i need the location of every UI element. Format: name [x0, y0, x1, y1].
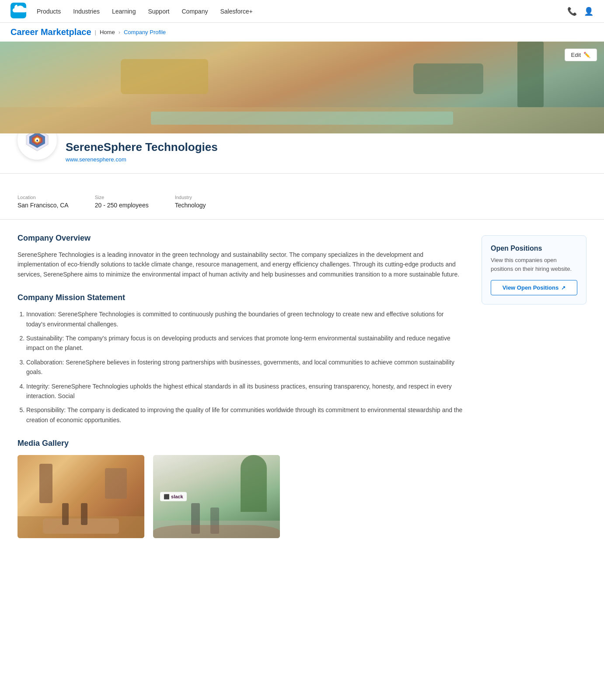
nav-salesforce-plus[interactable]: Salesforce+ — [220, 8, 252, 15]
main-content: Company Overview SereneSphere Technologi… — [0, 234, 604, 559]
breadcrumb-home[interactable]: Home — [100, 29, 115, 35]
nav-learning[interactable]: Learning — [112, 8, 136, 15]
profile-section: ♦ SereneSphere Technologies www.serenesp… — [0, 133, 604, 174]
content-left: Company Overview SereneSphere Technologi… — [17, 234, 464, 538]
media-thumb-2: ⬛ slack — [153, 455, 280, 538]
breadcrumb-current: Company Profile — [124, 29, 166, 35]
list-item: Collaboration: SereneSphere believes in … — [26, 357, 464, 377]
thumb2-background: ⬛ slack — [153, 455, 280, 538]
nav-links: Products Industries Learning Support Com… — [37, 8, 567, 15]
open-positions-card: Open Positions View this companies open … — [482, 235, 587, 304]
view-open-positions-label: View Open Positions — [503, 284, 559, 291]
hero-background — [0, 42, 604, 133]
svg-text:♦: ♦ — [36, 138, 38, 143]
navbar: Products Industries Learning Support Com… — [0, 0, 604, 23]
slack-badge: ⬛ slack — [160, 492, 187, 501]
nav-industries[interactable]: Industries — [73, 8, 100, 15]
list-item: Responsibility: The company is dedicated… — [26, 405, 464, 425]
media-gallery: ⬛ slack — [17, 455, 464, 538]
external-link-icon: ↗ — [561, 285, 566, 291]
size-value: 20 - 250 employees — [95, 202, 149, 209]
phone-icon[interactable]: 📞 — [567, 7, 577, 16]
content-right: Open Positions View this companies open … — [482, 234, 587, 538]
hero-decorative — [0, 42, 604, 133]
salesforce-logo[interactable] — [10, 3, 26, 20]
breadcrumb-arrow: › — [119, 29, 120, 35]
company-info: SereneSphere Technologies www.serenesphe… — [66, 133, 218, 163]
overview-text: SereneSphere Technologies is a leading i… — [17, 250, 464, 279]
user-avatar-icon[interactable]: 👤 — [584, 7, 594, 16]
list-item: Integrity: SereneSphere Technologies uph… — [26, 382, 464, 401]
breadcrumb: Career Marketplace | Home › Company Prof… — [0, 23, 604, 42]
size-label: Size — [95, 195, 149, 200]
nav-support[interactable]: Support — [148, 8, 169, 15]
overview-title: Company Overview — [17, 234, 464, 243]
size-meta: Size 20 - 250 employees — [95, 195, 149, 209]
open-positions-description: View this companies open positions on th… — [491, 256, 577, 273]
location-meta: Location San Francisco, CA — [17, 195, 69, 209]
industry-meta: Industry Technology — [175, 195, 206, 209]
nav-products[interactable]: Products — [37, 8, 61, 15]
location-value: San Francisco, CA — [17, 202, 69, 209]
hero-banner: Edit ✏️ — [0, 42, 604, 133]
company-website[interactable]: www.serenesphere.com — [66, 156, 126, 163]
mission-title: Company Mission Statement — [17, 293, 464, 302]
list-item: Innovation: SereneSphere Technologies is… — [26, 309, 464, 329]
list-item: Sustainability: The company's primary fo… — [26, 333, 464, 353]
navbar-right: 📞 👤 — [567, 7, 594, 16]
industry-label: Industry — [175, 195, 206, 200]
industry-value: Technology — [175, 202, 206, 209]
edit-button[interactable]: Edit ✏️ — [565, 49, 597, 61]
company-name: SereneSphere Technologies — [66, 140, 218, 154]
metadata-bar: Location San Francisco, CA Size 20 - 250… — [0, 188, 604, 220]
nav-company[interactable]: Company — [182, 8, 208, 15]
breadcrumb-separator: | — [95, 29, 96, 35]
mission-list: Innovation: SereneSphere Technologies is… — [17, 309, 464, 425]
open-positions-title: Open Positions — [491, 245, 577, 252]
location-label: Location — [17, 195, 69, 200]
edit-label: Edit — [571, 52, 581, 58]
brand-title[interactable]: Career Marketplace — [10, 27, 91, 37]
media-thumb-1 — [17, 455, 144, 538]
thumb1-background — [17, 455, 144, 538]
media-title: Media Gallery — [17, 439, 464, 448]
edit-pencil-icon: ✏️ — [583, 52, 590, 58]
view-open-positions-button[interactable]: View Open Positions ↗ — [491, 280, 577, 295]
